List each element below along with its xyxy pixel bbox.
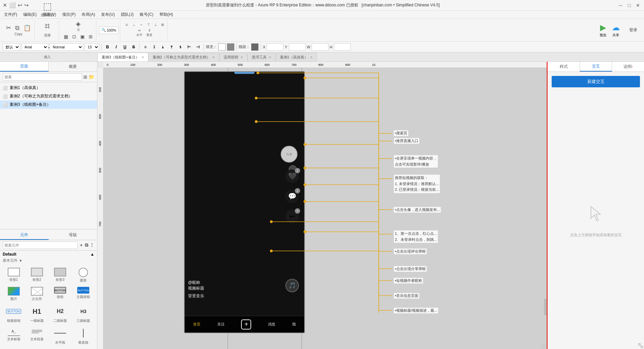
selection-mode-button[interactable]: ⬚ 选择模式 xyxy=(38,0,57,19)
canvas-background[interactable]: 头像 + 🖤 1 xyxy=(103,68,547,349)
close-tab2-button[interactable]: ✕ xyxy=(212,55,215,59)
close-icon[interactable]: ✕ xyxy=(3,2,7,8)
canvas-area[interactable]: 0 100 200 300 400 500 600 700 800 900 10… xyxy=(97,62,547,349)
menu-edit[interactable]: 编辑(E) xyxy=(20,11,39,18)
size-select[interactable]: 13 xyxy=(85,43,99,51)
comp-search-input[interactable] xyxy=(3,242,78,249)
resize-handle[interactable] xyxy=(541,344,547,349)
share-button[interactable]: ☁ 共享 xyxy=(612,23,620,38)
page-item-case1[interactable]: ⬜ 案例1（高保真） xyxy=(0,84,97,92)
comp-image[interactable]: 图片 xyxy=(3,286,25,303)
comp-rect2[interactable]: 矩形2 xyxy=(26,266,48,284)
page-item-case3[interactable]: ⬜ 案例3（线框图+备注） xyxy=(0,100,97,109)
comp-linkbtn[interactable]: BUTTON 链接按钮 xyxy=(3,304,25,324)
close-tab-applicable-button[interactable]: ✕ xyxy=(240,55,243,59)
comp-h1[interactable]: H1 一级标题 xyxy=(26,304,48,324)
interaction-tab[interactable]: 交互 xyxy=(580,62,612,72)
outdent-button[interactable]: ⊣ xyxy=(194,43,201,51)
fill-color-2[interactable] xyxy=(227,43,234,51)
cut-button[interactable]: ✂ xyxy=(5,24,12,32)
comp-rect1[interactable]: 矩形1 xyxy=(3,266,25,284)
component-tab[interactable]: 元件 xyxy=(0,231,49,240)
menu-project[interactable]: 项目(P) xyxy=(59,11,78,18)
paste-button[interactable]: 📋 xyxy=(22,24,32,32)
align-left-text-button[interactable]: ⫱ xyxy=(150,43,158,51)
align-bottom-button[interactable]: ⊞ xyxy=(160,22,165,27)
preview-button[interactable]: ▶ 预览 xyxy=(600,23,606,38)
align-left-button[interactable]: ⫡ xyxy=(124,22,130,27)
comp-add-icon[interactable]: ＋ xyxy=(79,242,84,248)
comp-mainbutton[interactable]: BUTTON 主题按钮 xyxy=(73,286,94,303)
point-button[interactable]: ◈ 点 xyxy=(75,20,82,33)
close-tab-float-button[interactable]: ✕ xyxy=(269,55,271,59)
distribute-v-button[interactable]: ⇕垂直 xyxy=(145,28,154,38)
page-search-input[interactable] xyxy=(3,73,82,81)
comp-menu-icon[interactable]: ⋮ xyxy=(90,242,94,248)
minimize-button[interactable]: ─ xyxy=(617,2,624,9)
comp-text-label[interactable]: A_ 文本标签 xyxy=(3,326,25,346)
connect-button[interactable]: ⌗ 连接 xyxy=(41,19,53,39)
comp-h3[interactable]: H3 三级标题 xyxy=(73,304,94,324)
y-input[interactable] xyxy=(289,43,306,51)
strikethrough-button[interactable]: S xyxy=(130,43,137,51)
outline-tab[interactable]: 概要 xyxy=(49,62,97,72)
distribute-h-button[interactable]: ⇔水平 xyxy=(135,28,144,38)
collapse-icon[interactable]: ▲ xyxy=(90,252,94,257)
italic-button[interactable]: I xyxy=(112,43,120,51)
fill-color-1[interactable] xyxy=(218,43,226,51)
master-tab[interactable]: 母版 xyxy=(49,231,97,240)
window-controls[interactable]: ─ □ ✕ xyxy=(617,2,641,9)
tab-applicable[interactable]: 适用部部 ✕ xyxy=(219,53,247,61)
group-button[interactable]: ▣ xyxy=(79,33,86,40)
align-right-button[interactable]: ⫟ xyxy=(138,22,144,27)
style-tab[interactable]: 样式 xyxy=(548,62,580,72)
comp-circle[interactable]: 圆形 xyxy=(73,266,94,284)
minimize-icon-small[interactable]: ⬜ xyxy=(9,2,16,8)
x-input[interactable] xyxy=(267,43,283,51)
zoom-control[interactable]: 🔍 100% xyxy=(99,27,119,34)
menu-publish[interactable]: 发布(U) xyxy=(98,11,118,18)
w-input[interactable] xyxy=(312,43,328,51)
comp-vline[interactable]: 垂直线 xyxy=(73,326,94,346)
region2-button[interactable]: ⊡ xyxy=(71,33,78,40)
comp-rect3[interactable]: 矩形3 xyxy=(49,266,71,284)
add-folder-icon[interactable]: 📁 xyxy=(89,74,94,80)
bold-button[interactable]: B xyxy=(104,43,111,51)
add-page-icon[interactable]: ⊞ xyxy=(83,74,87,80)
menu-help[interactable]: 帮助(H) xyxy=(157,11,176,18)
maximize-button[interactable]: □ xyxy=(626,2,633,9)
close-tab1-button[interactable]: ✕ xyxy=(310,55,313,59)
font-select[interactable]: Arial xyxy=(21,43,48,51)
page-tab[interactable]: 页面 xyxy=(0,62,49,72)
login-button[interactable]: 登录 xyxy=(625,26,641,34)
description-tab[interactable]: 说明 • xyxy=(612,62,644,72)
align-top-button[interactable]: ⊤ xyxy=(146,22,151,27)
tab-case1[interactable]: 案例1（高保真） ✕ xyxy=(276,53,317,61)
page-item-case2[interactable]: ⬜ 案例2（可称之为原型式需求文档） xyxy=(0,92,97,100)
menu-account[interactable]: 账号(C) xyxy=(137,11,156,18)
new-interaction-button[interactable]: 新建交互 xyxy=(552,76,640,87)
tab-float-tool[interactable]: 悬浮工具 ✕ xyxy=(247,53,276,61)
menu-file[interactable]: 文件(F) xyxy=(1,11,20,18)
comp-copy-icon[interactable]: ⧉ xyxy=(85,242,88,248)
align-middle-button[interactable]: ⊥ xyxy=(153,22,158,27)
comp-placeholder[interactable]: 占位符 xyxy=(26,286,48,303)
basic-collapse-icon[interactable]: ▼ xyxy=(19,259,22,263)
list-button[interactable]: ≡ xyxy=(142,43,149,51)
default-style-select[interactable]: 默认 xyxy=(3,43,20,51)
ungroup-button[interactable]: ⊞ xyxy=(87,33,94,40)
scrollbar-hint[interactable] xyxy=(544,299,547,315)
align-center-button[interactable]: ⫠ xyxy=(131,22,137,27)
align-right-text-button[interactable]: ⫯ xyxy=(168,43,175,51)
expand-icon[interactable] xyxy=(637,342,644,349)
comp-button[interactable]: BUTTON 按钮 xyxy=(49,286,71,303)
menu-team[interactable]: 团队(J) xyxy=(118,11,136,18)
style-select[interactable]: Normal xyxy=(50,43,83,51)
comp-text-para[interactable]: 文本段落 xyxy=(26,326,48,346)
close-button[interactable]: ✕ xyxy=(635,2,641,9)
line-color[interactable] xyxy=(251,43,259,51)
h-input[interactable] xyxy=(334,43,351,51)
comp-h2[interactable]: H2 二级标题 xyxy=(49,304,71,324)
redo-icon[interactable]: ↪ xyxy=(24,2,29,8)
indent-button[interactable]: ⊢ xyxy=(185,43,193,51)
